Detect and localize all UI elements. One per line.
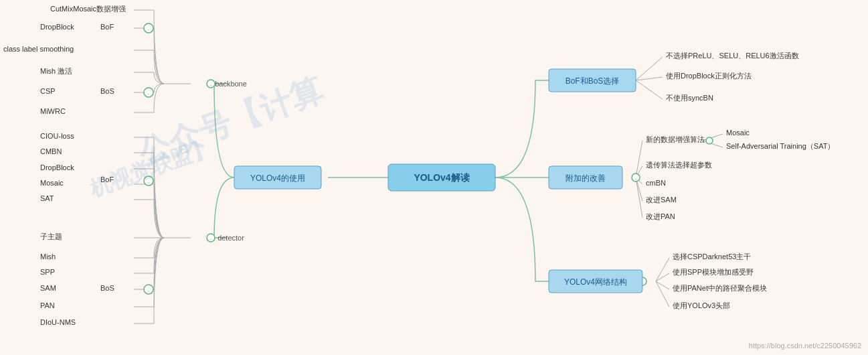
ciou-label: CIOU-loss — [40, 132, 74, 140]
pan-label: PAN — [40, 301, 55, 309]
add-new-data: 新的数据增强算法 — [646, 135, 705, 143]
pan-r: 改进PAN — [646, 212, 675, 220]
theme-label: 子主题 — [40, 232, 62, 240]
dropblock2-label: DropBlock — [40, 163, 74, 171]
sat-label: SAT — [40, 194, 54, 202]
mosaic-label: Mosaic — [40, 179, 64, 187]
mish-label: Mish 激活 — [40, 67, 72, 75]
bof-bos-r2: 使用DropBlock正则化方法 — [666, 72, 752, 80]
genetic-label: 遗传算法选择超参数 — [646, 161, 712, 169]
net1-label: 选择CSPDarknet53主干 — [673, 253, 751, 261]
additional-node: 附加的改善 — [566, 173, 606, 183]
cmbn-label: CMBN — [40, 147, 62, 155]
yolov4-use-node: YOLOv4的使用 — [250, 173, 305, 183]
network-node: YOLOv4网络结构 — [564, 277, 627, 287]
center-node: YOLOv4解读 — [414, 172, 469, 183]
bof-bos-r1: 不选择PReLU、SELU、RELU6激活函数 — [666, 52, 799, 60]
csp-label: CSP — [40, 87, 56, 95]
bos1-label: BoS — [100, 87, 114, 95]
svg-text:-: - — [148, 179, 150, 185]
bof-bos-node: BoF和BoS选择 — [566, 76, 620, 86]
svg-text:-: - — [210, 82, 212, 88]
svg-text:-: - — [148, 26, 150, 32]
svg-text:-: - — [635, 175, 637, 182]
mind-map: - - - - - - - - - YOLOv4解读 YOLOv4的使用 BoF… — [0, 0, 868, 355]
svg-text:-: - — [210, 236, 212, 242]
bof1-label: BoF — [100, 23, 114, 31]
mish2-label: Mish — [40, 253, 56, 261]
sam-label: SAM — [40, 284, 56, 292]
miwrc-label: MiWRC — [40, 107, 66, 115]
net2-label: 使用SPP模块增加感受野 — [673, 268, 754, 276]
bof-bos-r3: 不使用syncBN — [666, 94, 713, 102]
class-label-smoothing: class label smoothing — [3, 45, 74, 53]
spp-label: SPP — [40, 268, 55, 276]
sat-r: Self-Adversarial Training（SAT） — [726, 142, 835, 150]
backbone-label: backbone — [215, 80, 247, 88]
sam-r: 改进SAM — [646, 196, 677, 204]
net4-label: 使用YOLOv3头部 — [673, 301, 730, 309]
bof2-label: BoF — [100, 175, 114, 184]
cmbn-r: cmBN — [646, 179, 666, 187]
bos2-label: BoS — [100, 284, 114, 292]
diou-label: DIoU-NMS — [40, 318, 76, 326]
url-text: https://blog.csdn.net/c2250045962 — [749, 342, 861, 350]
svg-text:-: - — [148, 287, 150, 293]
dropblock-bof-label: DropBlock — [40, 23, 74, 31]
mosaic-r: Mosaic — [726, 129, 750, 137]
detector-label: detector — [218, 234, 244, 242]
svg-text:-: - — [148, 90, 150, 96]
net3-label: 使用PANet中的路径聚合模块 — [673, 284, 767, 292]
cutmix-label: CutMixMosaic数据增强 — [50, 5, 126, 13]
